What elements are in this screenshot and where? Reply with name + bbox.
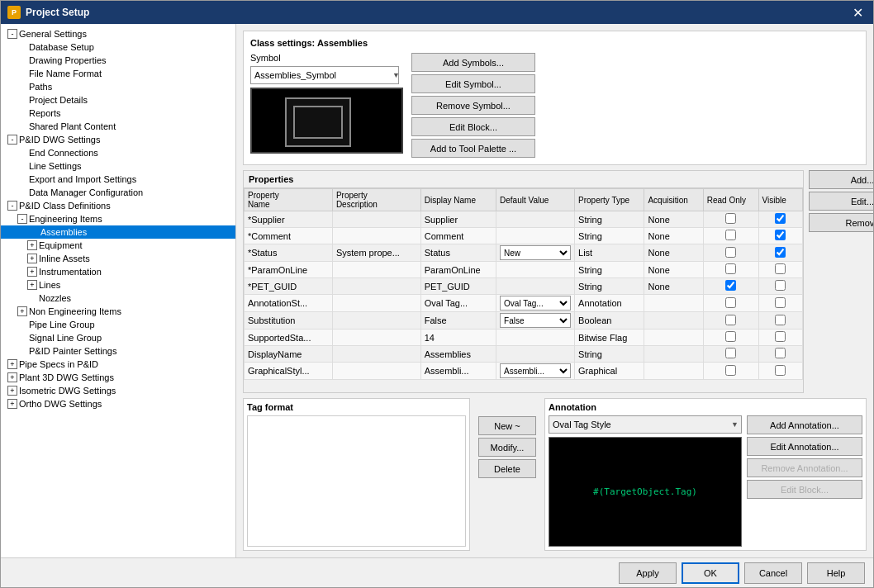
ok-button[interactable]: OK [682, 562, 739, 584]
annotation-section: Annotation Oval Tag Style ▼ #(TargetObje… [544, 398, 867, 551]
tree-item-reports[interactable]: Reports [1, 107, 235, 120]
main-content: - General Settings Database Setup Drawin… [1, 24, 873, 557]
help-button[interactable]: Help [807, 562, 865, 584]
tree-item-pid-dwg[interactable]: - P&ID DWG Settings [1, 133, 235, 146]
tag-format-title: Tag format [247, 402, 466, 412]
tree-item-eng-items[interactable]: - Engineering Items [1, 212, 235, 225]
add-property-button[interactable]: Add... [809, 170, 873, 189]
tree-item-pipe-specs[interactable]: + Pipe Specs in P&ID [1, 358, 235, 371]
visible-checkbox[interactable] [775, 247, 786, 258]
tree-item-shared[interactable]: Shared Plant Content [1, 120, 235, 133]
col-display-name: Display Name [420, 189, 496, 211]
tree-item-general[interactable]: - General Settings [1, 27, 235, 40]
delete-tag-button[interactable]: Delete [478, 459, 536, 478]
tree-item-nozzles[interactable]: Nozzles [1, 292, 235, 305]
table-row: *PET_GUIDPET_GUIDStringNone [245, 278, 803, 295]
tree-item-plant-3d[interactable]: + Plant 3D DWG Settings [1, 371, 235, 384]
read-only-checkbox[interactable] [725, 365, 736, 376]
tree-item-non-eng[interactable]: + Non Engineering Items [1, 305, 235, 318]
read-only-checkbox[interactable] [725, 213, 736, 224]
tree-item-lines[interactable]: + Lines [1, 278, 235, 292]
edit-annotation-button[interactable]: Edit Annotation... [747, 437, 862, 456]
properties-title: Properties [244, 171, 803, 188]
tree-item-signal-line[interactable]: Signal Line Group [1, 331, 235, 344]
tree-panel: - General Settings Database Setup Drawin… [1, 24, 236, 557]
col-property-name: PropertyName [245, 189, 333, 211]
remove-annotation-button[interactable]: Remove Annotation... [747, 458, 862, 477]
read-only-checkbox[interactable] [725, 297, 736, 308]
annotation-buttons: Add Annotation... Edit Annotation... Rem… [747, 415, 862, 547]
read-only-checkbox[interactable] [725, 280, 736, 291]
visible-checkbox[interactable] [775, 230, 786, 240]
read-only-checkbox[interactable] [725, 247, 736, 258]
visible-checkbox[interactable] [775, 213, 786, 224]
table-row: AnnotationSt...Oval Tag...Oval Tag...Ann… [245, 295, 803, 312]
read-only-checkbox[interactable] [725, 348, 736, 358]
read-only-checkbox[interactable] [725, 263, 736, 274]
tree-item-pid-class[interactable]: - P&ID Class Definitions [1, 199, 235, 212]
cancel-button[interactable]: Cancel [744, 562, 802, 584]
bottom-section: Tag format New ~ Modify... Delete Annota… [243, 398, 867, 551]
close-button[interactable]: ✕ [849, 5, 867, 21]
toggle-pid-class[interactable]: - [7, 201, 17, 211]
add-symbols-button[interactable]: Add Symbols... [411, 53, 535, 72]
visible-checkbox[interactable] [775, 315, 786, 325]
annotation-left: Oval Tag Style ▼ #(TargetObject.Tag) [549, 415, 742, 547]
read-only-checkbox[interactable] [725, 230, 736, 240]
modify-tag-button[interactable]: Modify... [478, 438, 536, 457]
graphical-style-dropdown[interactable]: Assembli... [500, 363, 571, 378]
visible-checkbox[interactable] [775, 297, 786, 308]
tree-item-paths[interactable]: Paths [1, 80, 235, 93]
read-only-checkbox[interactable] [725, 315, 736, 325]
add-annotation-button[interactable]: Add Annotation... [747, 415, 862, 434]
annotation-content: Oval Tag Style ▼ #(TargetObject.Tag) Add… [549, 415, 862, 547]
visible-checkbox[interactable] [775, 263, 786, 274]
col-property-desc: PropertyDescription [332, 189, 420, 211]
status-dropdown[interactable]: New [500, 245, 571, 260]
visible-checkbox[interactable] [775, 348, 786, 358]
tree-item-export[interactable]: Export and Import Settings [1, 173, 235, 186]
col-default-value: Default Value [496, 189, 575, 211]
tree-item-project[interactable]: Project Details [1, 93, 235, 107]
tree-item-data-mgr[interactable]: Data Manager Configuration [1, 186, 235, 199]
annotation-style-dropdown[interactable]: Oval Tag Style [549, 415, 742, 434]
edit-block-annotation-button[interactable]: Edit Block... [747, 480, 862, 499]
tree-item-ortho[interactable]: + Ortho DWG Settings [1, 397, 235, 410]
tree-item-equipment[interactable]: + Equipment [1, 239, 235, 252]
table-row: *StatusSystem prope...StatusNewListNone [245, 244, 803, 262]
tree-item-line-set[interactable]: Line Settings [1, 159, 235, 173]
symbol-dropdown-wrapper: Assemblies_Symbol ▼ [250, 66, 403, 84]
table-row: *CommentCommentStringNone [245, 228, 803, 244]
edit-property-button[interactable]: Edit... [809, 192, 873, 211]
tree-item-pid-painter[interactable]: P&ID Painter Settings [1, 344, 235, 358]
read-only-checkbox[interactable] [725, 331, 736, 342]
new-tag-button[interactable]: New ~ [478, 416, 536, 435]
tree-item-assemblies[interactable]: Assemblies [1, 225, 235, 239]
add-to-palette-button[interactable]: Add to Tool Palette ... [411, 139, 535, 158]
property-action-buttons: Add... Edit... Remove [809, 170, 867, 393]
remove-property-button[interactable]: Remove [809, 213, 873, 232]
visible-checkbox[interactable] [775, 280, 786, 291]
annotation-type-dropdown[interactable]: Oval Tag... [500, 296, 571, 311]
tree-item-filename[interactable]: File Name Format [1, 67, 235, 80]
tree-item-instrumentation[interactable]: + Instrumentation [1, 265, 235, 278]
tree-item-inline[interactable]: + Inline Assets [1, 252, 235, 265]
toggle-general[interactable]: - [7, 29, 17, 39]
symbol-dropdown[interactable]: Assemblies_Symbol [250, 66, 399, 84]
remove-symbol-button[interactable]: Remove Symbol... [411, 96, 535, 115]
tag-format-section: Tag format [243, 398, 470, 551]
annotation-title: Annotation [549, 402, 862, 412]
tree-item-isometric[interactable]: + Isometric DWG Settings [1, 384, 235, 397]
tree-item-pipe-line[interactable]: Pipe Line Group [1, 318, 235, 331]
tree-item-database[interactable]: Database Setup [1, 40, 235, 54]
tree-item-drawing[interactable]: Drawing Properties [1, 54, 235, 67]
visible-checkbox[interactable] [775, 365, 786, 376]
edit-block-symbol-button[interactable]: Edit Block... [411, 117, 535, 136]
toggle-eng-items[interactable]: - [17, 214, 27, 224]
toggle-pid-dwg[interactable]: - [7, 135, 17, 145]
edit-symbol-button[interactable]: Edit Symbol... [411, 74, 535, 93]
substitution-dropdown[interactable]: False [500, 313, 571, 328]
tree-item-end-conn[interactable]: End Connections [1, 146, 235, 159]
apply-button[interactable]: Apply [619, 562, 677, 584]
visible-checkbox[interactable] [775, 331, 786, 342]
